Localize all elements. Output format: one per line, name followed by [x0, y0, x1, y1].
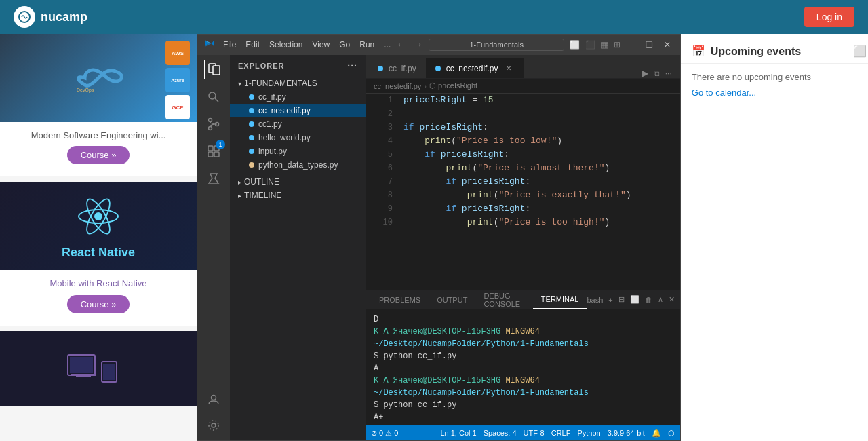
panel-content: There are no upcoming events Go to calen…	[681, 64, 868, 107]
devops-course-title: Modern Software Engineering wi...	[11, 130, 186, 140]
tab-close-icon[interactable]: ✕	[503, 63, 514, 74]
outline-header[interactable]: ▸ OUTLINE	[230, 175, 366, 189]
activity-account-icon[interactable]	[204, 390, 223, 409]
top-navigation: nucamp Log in	[0, 0, 868, 34]
tab-output[interactable]: OUTPUT	[429, 290, 475, 309]
editor-breadcrumb: cc_nestedif.py › ⬡ priceIsRight	[366, 79, 680, 94]
course-card-mongo	[0, 331, 197, 406]
login-button[interactable]: Log in	[804, 7, 854, 27]
activity-bottom	[204, 390, 223, 440]
terminal-split-icon[interactable]: ⊟	[618, 295, 625, 304]
menu-view[interactable]: View	[312, 40, 330, 50]
menu-selection[interactable]: Selection	[269, 40, 302, 50]
terminal-trash-icon[interactable]: 🗑	[645, 296, 652, 304]
panel-minimize-icon[interactable]: ⬜	[853, 45, 867, 58]
file-cc-nestedif[interactable]: cc_nestedif.py	[230, 104, 366, 117]
file-dot-icon	[249, 108, 254, 113]
run-icon[interactable]: ▶	[642, 69, 648, 78]
status-eol[interactable]: CRLF	[551, 429, 571, 437]
layout-icon-1[interactable]: ⬜	[570, 40, 580, 50]
activity-search-icon[interactable]	[204, 88, 223, 107]
terminal-area: PROBLEMS OUTPUT DEBUG CONSOLE TERMINAL b…	[366, 290, 680, 425]
course-card-devops: DevOps AWS Azure GCP	[0, 34, 197, 176]
menu-run[interactable]: Run	[359, 40, 374, 50]
outline-section: ▸ OUTLINE ▸ TIMELINE	[230, 172, 366, 205]
more-actions-icon[interactable]: ···	[665, 69, 672, 78]
terminal-add-icon[interactable]: +	[608, 296, 612, 304]
react-course-button[interactable]: Course »	[67, 295, 130, 313]
svg-line-12	[215, 98, 218, 102]
svg-rect-3	[70, 357, 93, 373]
status-feedback-icon[interactable]: 🔔	[652, 429, 661, 438]
split-editor-icon[interactable]: ⧉	[654, 69, 660, 78]
devops-course-button[interactable]: Course »	[67, 146, 130, 164]
bash-label: bash	[587, 296, 603, 304]
error-icon: ⊘	[371, 429, 377, 438]
status-bar: ⊘ 0 ⚠ 0 Ln 1, Col 1 Spaces: 4 UTF-8 CRLF	[366, 425, 680, 440]
file-cc1[interactable]: cc1.py	[230, 117, 366, 131]
calendar-link[interactable]: Go to calendar...	[692, 88, 756, 98]
file-input[interactable]: input.py	[230, 145, 366, 158]
nav-back-icon[interactable]: ←	[396, 39, 407, 51]
status-spaces[interactable]: Spaces: 4	[484, 429, 517, 437]
terminal-line: K A Яначек@DESKTOP-I15F3HG MINGW64 ~/Des…	[374, 375, 672, 399]
activity-extensions-icon[interactable]: 1	[204, 142, 223, 161]
status-encoding[interactable]: UTF-8	[524, 429, 545, 437]
status-ln[interactable]: Ln 1, Col 1	[440, 429, 476, 437]
svg-rect-4	[71, 374, 96, 376]
terminal-line: $ python cc_if.py	[374, 399, 672, 411]
warning-count: 0	[394, 429, 398, 437]
terminal-line: D	[374, 313, 672, 326]
layout-icon-3[interactable]: ▦	[601, 40, 608, 50]
file-label: python_data_types.py	[258, 160, 338, 170]
window-controls	[204, 39, 215, 50]
terminal-layout-icon[interactable]: ⬜	[630, 295, 639, 304]
layout-icon-2[interactable]: ⬛	[585, 40, 595, 50]
menu-edit[interactable]: Edit	[245, 40, 260, 50]
status-language[interactable]: Python	[577, 429, 600, 437]
status-remote-icon[interactable]: ⬡	[668, 429, 675, 438]
terminal-line: A+	[374, 411, 672, 423]
right-panel-header: 📅 Upcoming events ⬜	[681, 34, 868, 64]
terminal-tabs: PROBLEMS OUTPUT DEBUG CONSOLE TERMINAL b…	[366, 290, 680, 309]
tab-debug-console[interactable]: DEBUG CONSOLE	[475, 290, 532, 309]
minimize-button[interactable]: ─	[626, 40, 637, 50]
tab-terminal[interactable]: TERMINAL	[533, 290, 587, 309]
file-type-dot	[435, 66, 441, 71]
restore-button[interactable]: ❑	[643, 40, 656, 50]
titlebar-center: ← → 1-Fundamentals	[396, 39, 564, 51]
explorer-menu-icon[interactable]: ···	[347, 60, 357, 71]
layout-icon-4[interactable]: ⊞	[614, 40, 620, 50]
breadcrumb-separator: ›	[424, 82, 427, 90]
menu-go[interactable]: Go	[339, 40, 350, 50]
activity-source-control-icon[interactable]	[204, 115, 223, 134]
terminal-chevron-up-icon[interactable]: ∧	[658, 295, 663, 304]
terminal-content[interactable]: D K A Яначек@DESKTOP-I15F3HG MINGW64 ~/D…	[366, 309, 680, 425]
close-button[interactable]: ✕	[661, 40, 673, 50]
right-panel: 📅 Upcoming events ⬜ There are no upcomin…	[681, 34, 868, 441]
course-card-react: React Native Mobile with React Native Co…	[0, 182, 197, 326]
file-label: cc1.py	[258, 119, 282, 129]
code-line-3: 3 if priceIsRight:	[366, 121, 680, 134]
folder-fundamentals[interactable]: ▾ 1-FUNDAMENTALS	[230, 77, 366, 90]
file-python-data-types[interactable]: python_data_types.py	[230, 158, 366, 172]
code-editor[interactable]: 1 priceIsRight = 15 2 3 if priceIsRight:	[366, 94, 680, 290]
tab-problems[interactable]: PROBLEMS	[371, 290, 429, 309]
nav-forward-icon[interactable]: →	[412, 39, 423, 51]
svg-point-21	[212, 423, 216, 427]
timeline-header[interactable]: ▸ TIMELINE	[230, 189, 366, 202]
terminal-close-icon[interactable]: ✕	[669, 295, 675, 304]
file-hello-world[interactable]: hello_world.py	[230, 131, 366, 145]
tab-cc-nestedif[interactable]: cc_nestedif.py ✕	[426, 58, 524, 78]
menu-file[interactable]: File	[223, 40, 236, 50]
file-cc-if[interactable]: cc_if.py	[230, 90, 366, 104]
status-right: Ln 1, Col 1 Spaces: 4 UTF-8 CRLF Python …	[440, 429, 674, 438]
error-count: 0	[379, 429, 383, 437]
activity-test-icon[interactable]	[204, 169, 223, 188]
activity-explorer-icon[interactable]	[204, 60, 223, 79]
tab-cc-if[interactable]: cc_if.py	[368, 58, 426, 78]
menu-more[interactable]: ...	[384, 40, 391, 50]
activity-settings-icon[interactable]	[204, 416, 223, 435]
timeline-label: TIMELINE	[244, 191, 281, 200]
panel-title-area: 📅 Upcoming events	[692, 45, 801, 58]
